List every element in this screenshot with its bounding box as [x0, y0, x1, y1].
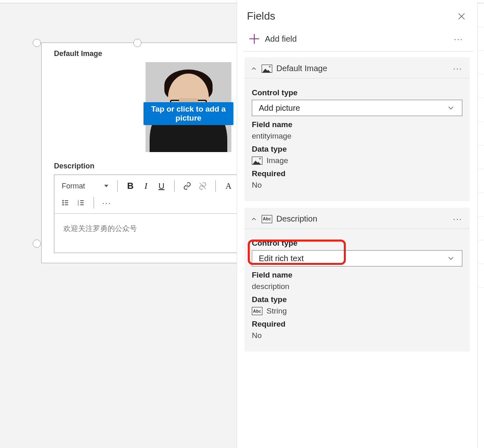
section-title: Description [276, 214, 317, 224]
more-button[interactable]: ··· [454, 34, 463, 44]
text-icon: Abc [262, 215, 272, 223]
right-rail [477, 3, 484, 448]
svg-point-0 [63, 200, 63, 201]
numbered-list-button[interactable]: 123 [74, 196, 88, 209]
required-value: No [252, 181, 462, 190]
image-upload[interactable]: Tap or click to add a picture [146, 62, 231, 152]
more-toolbar-button[interactable]: ··· [100, 196, 114, 209]
toolbar-separator [94, 197, 94, 208]
required-label: Required [252, 320, 462, 329]
add-field-button[interactable]: Add field [249, 34, 297, 44]
section-more-button[interactable]: ··· [453, 64, 462, 73]
required-label: Required [252, 169, 462, 178]
section-header[interactable]: Abc Description ··· [244, 208, 470, 229]
required-value: No [252, 331, 462, 340]
svg-point-1 [63, 202, 63, 203]
format-dropdown[interactable]: Format [58, 179, 112, 193]
resize-handle[interactable] [133, 39, 141, 47]
add-field-label: Add field [265, 34, 297, 44]
svg-point-2 [63, 204, 63, 205]
chevron-up-icon [250, 65, 258, 72]
image-icon [252, 157, 262, 165]
text-icon: Abc [252, 307, 262, 315]
section-more-button[interactable]: ··· [453, 214, 462, 224]
toolbar-separator [215, 180, 216, 192]
field-name-value: description [252, 282, 462, 291]
add-field-row: Add field ··· [243, 31, 473, 52]
section-body: Control type Edit rich text Field name d… [244, 229, 470, 352]
section-body: Control type Add picture Field name enti… [244, 78, 470, 201]
control-type-value: Edit rich text [259, 254, 304, 263]
unlink-button[interactable] [196, 179, 210, 193]
panel-header: Fields [237, 0, 477, 31]
field-name-label: Field name [252, 120, 462, 129]
plus-icon [249, 34, 259, 44]
fields-panel: Fields Add field ··· Default Image ··· C… [237, 0, 477, 448]
field-name-label: Field name [252, 271, 462, 280]
field-section-default-image: Default Image ··· Control type Add pictu… [244, 57, 470, 201]
control-type-label: Control type [252, 239, 462, 248]
bold-button[interactable]: B [123, 179, 137, 193]
control-type-select[interactable]: Add picture [252, 100, 462, 116]
image-overlay-text[interactable]: Tap or click to add a picture [143, 102, 233, 125]
chevron-down-icon [104, 185, 108, 187]
data-type-value: Image [267, 156, 288, 165]
field-section-description: Abc Description ··· Control type Edit ri… [244, 208, 470, 352]
section-header[interactable]: Default Image ··· [244, 57, 470, 78]
panel-title: Fields [247, 10, 275, 22]
field-name-value: entityimage [252, 132, 462, 141]
underline-button[interactable]: U [155, 179, 168, 193]
chevron-down-icon [446, 103, 455, 112]
control-type-label: Control type [252, 88, 462, 97]
chevron-up-icon [250, 215, 258, 223]
image-icon [262, 65, 272, 73]
toolbar-separator [174, 180, 175, 192]
data-type-value: String [267, 307, 287, 316]
control-type-select[interactable]: Edit rich text [252, 250, 462, 267]
control-type-value: Add picture [259, 103, 300, 113]
resize-handle[interactable] [33, 39, 41, 47]
data-type-label: Data type [252, 145, 462, 154]
section-title: Default Image [276, 64, 327, 73]
link-button[interactable] [180, 179, 194, 193]
svg-text:3: 3 [78, 204, 79, 206]
resize-handle[interactable] [33, 240, 41, 248]
data-type-label: Data type [252, 295, 462, 304]
italic-button[interactable]: I [139, 179, 153, 193]
font-button[interactable]: A [222, 179, 235, 193]
toolbar-separator [117, 180, 118, 192]
chevron-down-icon [446, 254, 455, 263]
bullet-list-button[interactable] [58, 196, 72, 209]
format-label: Format [62, 182, 85, 190]
close-button[interactable] [456, 11, 467, 22]
